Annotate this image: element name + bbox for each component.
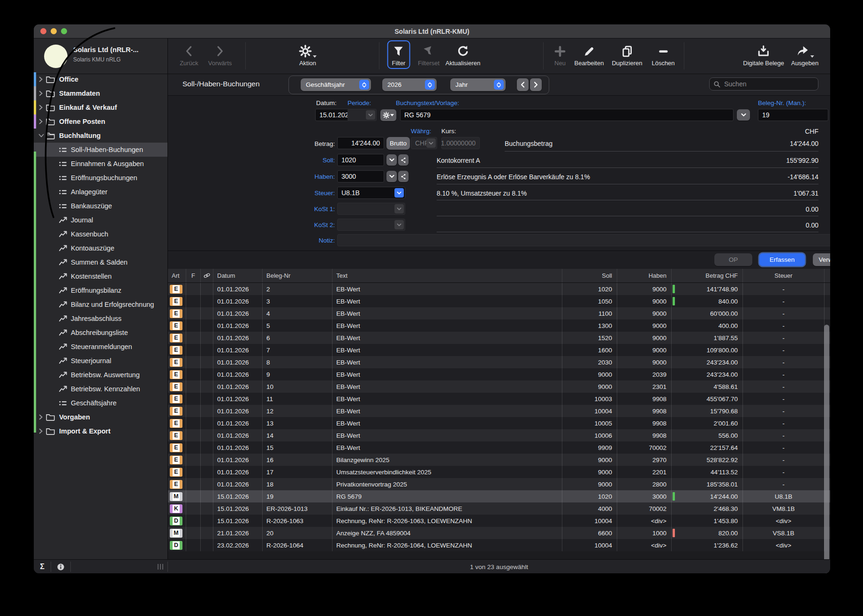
table-row[interactable]: E01.01.20267EB-Wert16009000109'800.00-: [168, 344, 830, 356]
action-button[interactable]: Aktion: [299, 42, 317, 67]
table-row[interactable]: E01.01.202613EB-Wert1000599082'001.60-: [168, 417, 830, 429]
year-select[interactable]: 2026: [382, 78, 437, 91]
granularity-select[interactable]: Jahr: [450, 78, 506, 91]
chevron-down-icon[interactable]: [38, 133, 44, 138]
table-row[interactable]: E01.01.202610EB-Wert900023014'588.61-: [168, 380, 830, 393]
edit-button[interactable]: Bearbeiten: [575, 42, 604, 67]
table-row[interactable]: D15.01.2026R-2026-1063Rechnung, ReNr: R-…: [168, 515, 830, 527]
sidebar-item-geschäftsjahre[interactable]: Geschäftsjahre: [34, 396, 167, 410]
table-row[interactable]: E01.01.20268EB-Wert20309000243'234.00-: [168, 356, 830, 368]
column-header-soll[interactable]: Soll: [562, 269, 617, 282]
sidebar-folder-buchhaltung[interactable]: Buchhaltung: [34, 129, 167, 143]
stepper-icon[interactable]: [359, 80, 369, 90]
table-row[interactable]: E01.01.20269EB-Wert90002039243'234.00-: [168, 368, 830, 380]
sidebar-folder-offene-posten[interactable]: Offene Posten: [34, 114, 167, 129]
zoom-window-button[interactable]: [61, 28, 67, 34]
chevron-down-icon[interactable]: [394, 204, 404, 213]
minimize-window-button[interactable]: [51, 28, 57, 34]
sidebar-account-header[interactable]: Solaris Ltd (nRLR-... Solaris KMU nRLG: [34, 38, 167, 74]
cost-center2-field[interactable]: [337, 219, 405, 231]
chevron-right-icon[interactable]: [38, 414, 44, 420]
sidebar-item-kostenstellen[interactable]: Kostenstellen: [34, 269, 167, 283]
op-button[interactable]: OP: [714, 253, 752, 266]
search-field[interactable]: [709, 77, 818, 91]
table-row[interactable]: D23.02.2026R-2026-1064Rechnung, ReNr: R-…: [168, 539, 830, 551]
table-row[interactable]: E01.01.20265EB-Wert13009000400.00-: [168, 319, 830, 332]
link-icon[interactable]: [201, 269, 213, 282]
chevron-down-icon[interactable]: [426, 138, 436, 148]
period-type-select[interactable]: Geschäftsjahr: [301, 78, 371, 91]
note-field[interactable]: [337, 234, 830, 246]
forward-button[interactable]: Vorwärts: [208, 42, 232, 67]
currency-field[interactable]: CHF: [411, 137, 437, 149]
table-row[interactable]: E01.01.202617Umsatzsteuerverbindlichkeit…: [168, 466, 830, 478]
filter-button[interactable]: Filter: [387, 40, 410, 69]
vertical-scrollbar[interactable]: [824, 325, 829, 573]
next-period-button[interactable]: [530, 78, 542, 91]
table-row[interactable]: E01.01.20264EB-Wert1100900060'000.00-: [168, 307, 830, 319]
sidebar-item-steueranmeldungen[interactable]: Steueranmeldungen: [34, 340, 167, 354]
sidebar-item-abschreibungsliste[interactable]: Abschreibungsliste: [34, 326, 167, 340]
chevron-right-icon[interactable]: [38, 119, 44, 124]
sidebar-item-kontoauszüge[interactable]: Kontoauszüge: [34, 241, 167, 255]
refresh-button[interactable]: Aktualisieren: [446, 42, 480, 67]
back-button[interactable]: Zurück: [180, 42, 198, 67]
sidebar-item-eröffnungsbuchungen[interactable]: Eröffnungsbuchungen: [34, 171, 167, 185]
sidebar-folder-office[interactable]: Office: [34, 72, 167, 86]
digital-receipts-button[interactable]: Digitale Belege: [743, 42, 784, 67]
chevron-down-icon[interactable]: [394, 188, 404, 198]
tax-field[interactable]: U8.1B: [337, 187, 405, 199]
sidebar-folder-stammdaten[interactable]: Stammdaten: [34, 86, 167, 100]
table-row[interactable]: M21.01.202620Anzeige NZZ, FA 48590046600…: [168, 527, 830, 539]
column-header-f[interactable]: F: [186, 269, 201, 282]
export-button[interactable]: Ausgeben: [791, 42, 819, 67]
sidebar-item-steuerjournal[interactable]: Steuerjournal: [34, 354, 167, 368]
rate-field[interactable]: 1.00000000: [441, 137, 480, 149]
delete-button[interactable]: Löschen: [651, 42, 674, 67]
column-header-datum[interactable]: Datum: [213, 269, 263, 282]
stepper-icon[interactable]: [494, 80, 504, 90]
sidebar-item-anlagegüter[interactable]: Anlagegüter: [34, 185, 167, 199]
sidebar-item-jahresabschluss[interactable]: Jahresabschluss: [34, 312, 167, 326]
column-header-text[interactable]: Text: [333, 269, 562, 282]
sidebar-folder-einkauf-verkauf[interactable]: Einkauf & Verkauf: [34, 100, 167, 114]
sidebar-item-betriebsw-auswertung[interactable]: Betriebsw. Auswertung: [34, 368, 167, 382]
sidebar-item-soll-haben-buchungen[interactable]: Soll-/Haben-Buchungen: [34, 143, 167, 157]
receipt-no-field[interactable]: 19: [758, 109, 828, 121]
submit-button[interactable]: Erfassen: [759, 253, 805, 266]
sidebar-item-bankauszüge[interactable]: Bankauszüge: [34, 199, 167, 213]
sum-button[interactable]: Σ: [34, 560, 51, 573]
sidebar-item-summen-salden[interactable]: Summen & Salden: [34, 255, 167, 269]
stepper-icon[interactable]: [425, 80, 435, 90]
debit-share-button[interactable]: [398, 154, 409, 166]
table-row[interactable]: E01.01.202618Privatkontenvortrag 2025900…: [168, 478, 830, 490]
sidebar-item-eröffnungsbilanz[interactable]: Eröffnungsbilanz: [34, 283, 167, 297]
title-bar[interactable]: Solaris Ltd (nRLR-KMU): [34, 24, 830, 38]
search-input[interactable]: [723, 80, 803, 88]
chevron-down-icon[interactable]: [366, 110, 375, 120]
amount-field[interactable]: 14'244.00: [337, 137, 384, 149]
chevron-right-icon[interactable]: [38, 76, 44, 82]
table-row[interactable]: K15.01.2026ER-2026-1013Einkauf Nr.: ER-2…: [168, 502, 830, 515]
table-row[interactable]: E01.01.20262EB-Wert10209000141'748.90-: [168, 283, 830, 295]
table-row[interactable]: E01.01.202614EB-Wert100069908556.00-: [168, 429, 830, 441]
table-row[interactable]: E01.01.202615EB-Wert99097000222'157.64-: [168, 441, 830, 454]
template-gear-button[interactable]: [380, 109, 396, 121]
gross-button[interactable]: Brutto: [386, 137, 410, 150]
table-row[interactable]: M15.01.202619RG 56791020300014'244.00U8.…: [168, 490, 830, 502]
resize-handle[interactable]: [158, 564, 163, 570]
credit-field[interactable]: 3000: [337, 170, 384, 183]
debit-field[interactable]: 1020: [337, 154, 384, 166]
chevron-right-icon[interactable]: [38, 91, 44, 96]
chevron-right-icon[interactable]: [38, 428, 44, 434]
chevron-right-icon[interactable]: [38, 105, 44, 110]
info-button[interactable]: [51, 560, 70, 573]
column-header-art[interactable]: Art: [168, 269, 186, 282]
credit-share-button[interactable]: [398, 171, 409, 182]
table-row[interactable]: E01.01.202611EB-Wert100039908455'067.70-: [168, 393, 830, 405]
sidebar-item-kassenbuch[interactable]: Kassenbuch: [34, 227, 167, 241]
column-header-betrag[interactable]: Betrag CHF: [672, 269, 743, 282]
new-button[interactable]: Neu: [554, 42, 566, 67]
table-row[interactable]: E01.01.202616Bilanzgewinn 20259000297052…: [168, 454, 830, 466]
duplicate-button[interactable]: Duplizieren: [612, 42, 642, 67]
